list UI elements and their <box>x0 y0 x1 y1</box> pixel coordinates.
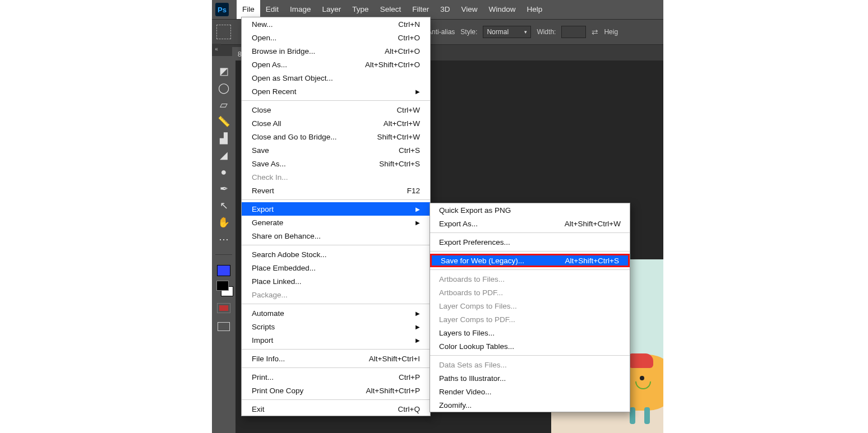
active-tool-icon[interactable] <box>216 25 231 39</box>
menu-image[interactable]: Image <box>284 0 317 19</box>
file-menu-item[interactable]: Place Embedded... <box>242 261 430 274</box>
menu-item-label: Zoomify... <box>439 401 472 409</box>
menu-select[interactable]: Select <box>375 0 407 19</box>
file-menu-item[interactable]: Open Recent▶ <box>242 85 430 98</box>
menu-edit[interactable]: Edit <box>260 0 284 19</box>
menu-item-label: Generate <box>252 218 283 227</box>
menu-item-label: Save for Web (Legacy)... <box>441 257 524 265</box>
file-menu-item[interactable]: Close and Go to Bridge...Shift+Ctrl+W <box>242 130 430 143</box>
menu-separator <box>242 399 430 400</box>
menu-type[interactable]: Type <box>347 0 374 19</box>
menu-item-label: Render Video... <box>439 388 492 396</box>
file-menu-item[interactable]: File Info...Alt+Shift+Ctrl+I <box>242 352 430 365</box>
menu-item-shortcut: Shift+Ctrl+W <box>377 133 420 141</box>
character-eye <box>640 376 644 380</box>
eraser-tool-icon[interactable]: ◢ <box>215 147 232 164</box>
menu-help[interactable]: Help <box>521 0 548 19</box>
chevron-down-icon: ▾ <box>524 29 527 35</box>
menu-separator <box>242 245 430 245</box>
file-menu-item[interactable]: Open as Smart Object... <box>242 71 430 85</box>
file-menu-item[interactable]: Browse in Bridge...Alt+Ctrl+O <box>242 44 430 58</box>
menu-item-label: Export <box>252 205 274 213</box>
submenu-arrow-icon: ▶ <box>415 337 420 343</box>
character-leg <box>644 407 650 424</box>
quick-mask-icon[interactable] <box>217 303 230 313</box>
file-menu-item[interactable]: SaveCtrl+S <box>242 143 430 157</box>
file-menu-item[interactable]: Scripts▶ <box>242 320 430 333</box>
export-menu-item[interactable]: Zoomify... <box>430 398 630 412</box>
export-menu-item[interactable]: Color Lookup Tables... <box>430 339 630 353</box>
menu-item-label: Place Linked... <box>252 277 302 286</box>
export-menu-item[interactable]: Quick Export as PNG <box>430 203 630 217</box>
direct-select-icon[interactable]: ↖ <box>215 197 232 214</box>
menu-window[interactable]: Window <box>483 0 521 19</box>
foreground-color-swatch[interactable] <box>217 265 230 276</box>
menu-item-label: Save <box>252 146 269 155</box>
export-menu-item: Layer Comps to Files... <box>430 299 630 313</box>
perspective-crop-icon[interactable]: ▱ <box>215 96 232 113</box>
style-select[interactable]: Normal ▾ <box>483 26 531 38</box>
file-menu-item[interactable]: Save As...Shift+Ctrl+S <box>242 157 430 170</box>
menu-separator <box>430 232 630 233</box>
color-swatches[interactable] <box>215 281 232 296</box>
file-menu-item[interactable]: RevertF12 <box>242 184 430 197</box>
clone-stamp-icon[interactable]: ▟ <box>215 130 232 147</box>
menu-item-label: Browse in Bridge... <box>252 47 315 55</box>
file-menu-item[interactable]: Export▶ <box>242 202 430 216</box>
file-menu-item[interactable]: Print One CopyAlt+Shift+Ctrl+P <box>242 384 430 397</box>
screen-mode-icon[interactable] <box>218 322 230 331</box>
menu-separator <box>242 304 430 304</box>
menu-separator <box>430 269 630 270</box>
file-menu-item[interactable]: ExitCtrl+Q <box>242 402 430 416</box>
style-value: Normal <box>487 28 509 36</box>
export-menu-item[interactable]: Save for Web (Legacy)...Alt+Shift+Ctrl+S <box>430 254 630 267</box>
menu-view[interactable]: View <box>455 0 483 19</box>
file-menu-item[interactable]: Generate▶ <box>242 216 430 229</box>
submenu-arrow-icon: ▶ <box>415 310 420 316</box>
export-menu-item[interactable]: Paths to Illustrator... <box>430 371 630 385</box>
file-menu-item[interactable]: Open...Ctrl+O <box>242 31 430 44</box>
menu-item-shortcut: Ctrl+O <box>398 34 420 42</box>
file-menu-item[interactable]: Import▶ <box>242 333 430 347</box>
swap-dimensions-icon[interactable]: ⇄ <box>592 27 598 36</box>
default-colors-icon[interactable] <box>216 281 229 291</box>
ruler-tool-icon[interactable]: 📏 <box>215 113 232 130</box>
export-menu-item[interactable]: Layers to Files... <box>430 326 630 339</box>
menu-item-label: Open... <box>252 34 276 42</box>
menu-item-shortcut: Ctrl+Q <box>398 405 420 413</box>
menu-file[interactable]: File <box>237 0 260 19</box>
menu-item-label: Artboards to Files... <box>439 275 505 283</box>
file-menu-item[interactable]: Search Adobe Stock... <box>242 248 430 261</box>
height-label: Heig <box>604 28 618 36</box>
file-menu-item[interactable]: Print...Ctrl+P <box>242 370 430 384</box>
more-tools-icon[interactable]: ⋯ <box>215 231 232 248</box>
file-menu-item[interactable]: Close AllAlt+Ctrl+W <box>242 117 430 130</box>
menu-filter[interactable]: Filter <box>407 0 435 19</box>
menu-item-shortcut: Alt+Ctrl+O <box>385 47 420 55</box>
menu-item-label: File Info... <box>252 355 285 363</box>
blur-tool-icon[interactable]: ● <box>215 164 232 180</box>
pen-tool-icon[interactable]: ✒ <box>215 180 232 197</box>
export-menu-item[interactable]: Export Preferences... <box>430 235 630 249</box>
export-menu-item[interactable]: Export As...Alt+Shift+Ctrl+W <box>430 217 630 230</box>
panel-collapse-handle[interactable]: « <box>212 44 221 54</box>
file-menu-item[interactable]: Place Linked... <box>242 274 430 288</box>
menu-item-label: Close <box>252 106 271 114</box>
menu-item-shortcut: Alt+Shift+Ctrl+S <box>565 257 619 265</box>
file-menu-item[interactable]: CloseCtrl+W <box>242 103 430 117</box>
lasso-tool-icon[interactable]: ◯ <box>215 80 232 96</box>
menu-item-label: Print One Copy <box>252 387 303 395</box>
submenu-arrow-icon: ▶ <box>415 89 420 95</box>
hand-tool-icon[interactable]: ✋ <box>215 214 232 231</box>
file-menu-item[interactable]: Automate▶ <box>242 306 430 320</box>
width-input[interactable] <box>561 26 586 38</box>
menu-layer[interactable]: Layer <box>317 0 347 19</box>
file-menu-item[interactable]: New...Ctrl+N <box>242 17 430 31</box>
export-menu-item[interactable]: Render Video... <box>430 385 630 398</box>
menu-item-shortcut: F12 <box>407 187 420 195</box>
crop-tool-icon[interactable]: ◩ <box>215 63 232 80</box>
menu-3d[interactable]: 3D <box>435 0 455 19</box>
file-menu-item[interactable]: Open As...Alt+Shift+Ctrl+O <box>242 58 430 71</box>
submenu-arrow-icon: ▶ <box>415 220 420 226</box>
file-menu-item[interactable]: Share on Behance... <box>242 229 430 243</box>
